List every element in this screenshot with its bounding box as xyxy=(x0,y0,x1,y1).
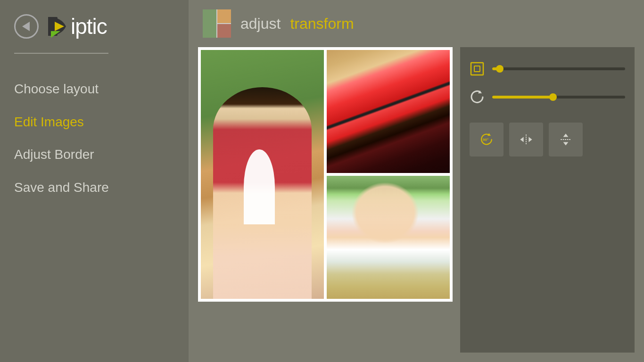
slider-track-2[interactable] xyxy=(492,96,625,99)
svg-marker-12 xyxy=(563,133,569,137)
slider-track-1[interactable] xyxy=(492,67,625,70)
thumb-inner xyxy=(203,9,231,38)
sidebar-item-choose-layout[interactable]: Choose layout xyxy=(14,73,174,106)
logo-icon xyxy=(47,15,70,38)
rotation-icon xyxy=(470,90,485,105)
svg-marker-10 xyxy=(528,137,532,142)
sidebar-item-edit-images[interactable]: Edit Images xyxy=(14,106,174,139)
slider-handle-2[interactable] xyxy=(549,93,557,101)
back-arrow-icon xyxy=(22,22,30,31)
thumb-cell-3 xyxy=(217,24,231,38)
svg-rect-3 xyxy=(471,63,483,75)
sidebar-header: iptic xyxy=(0,14,189,53)
logo-text: iptic xyxy=(71,16,107,37)
sidebar-item-adjust-border[interactable]: Adjust Border xyxy=(14,138,174,171)
thumb-cell-2 xyxy=(217,9,231,23)
editor-row: 90° xyxy=(198,45,635,353)
svg-rect-4 xyxy=(474,66,480,72)
slider-handle-1[interactable] xyxy=(496,65,504,73)
slider-fill-2 xyxy=(492,96,552,99)
svg-marker-9 xyxy=(520,137,523,142)
aspect-ratio-icon xyxy=(470,61,485,76)
thumb-cell-1 xyxy=(203,9,216,38)
slider-row-2 xyxy=(470,90,625,105)
top-bar: adjust transform xyxy=(198,9,635,38)
svg-text:90°: 90° xyxy=(483,138,488,142)
logo: iptic xyxy=(47,15,107,38)
flip-horizontal-button[interactable] xyxy=(509,123,543,156)
preview-thumbnail[interactable] xyxy=(203,9,231,38)
collage-cell-watermelon[interactable] xyxy=(327,50,450,173)
collage-cell-boy[interactable] xyxy=(327,176,450,299)
sidebar: iptic Choose layout Edit Images Adjust B… xyxy=(0,0,189,362)
collage-canvas xyxy=(198,47,453,302)
main-content: adjust transform xyxy=(189,0,644,362)
flip-vertical-button[interactable] xyxy=(549,123,583,156)
slider-row-1 xyxy=(470,61,625,76)
svg-marker-13 xyxy=(563,142,569,145)
transform-buttons: 90° xyxy=(470,123,625,156)
tab-adjust[interactable]: adjust xyxy=(240,15,281,33)
tab-transform[interactable]: transform xyxy=(290,15,354,33)
sidebar-divider xyxy=(14,53,108,54)
rotate-90-button[interactable]: 90° xyxy=(470,123,504,156)
collage-cell-mother[interactable] xyxy=(201,50,324,299)
back-button[interactable] xyxy=(14,14,39,39)
right-panel: 90° xyxy=(460,47,635,353)
svg-marker-2 xyxy=(51,31,60,38)
sidebar-item-save-share[interactable]: Save and Share xyxy=(14,171,174,204)
sidebar-nav: Choose layout Edit Images Adjust Border … xyxy=(0,73,189,204)
